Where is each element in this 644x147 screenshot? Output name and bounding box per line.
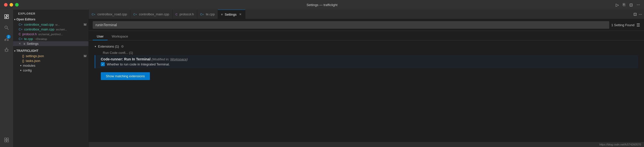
extensions-gear-icon[interactable]: ⚙ — [121, 45, 124, 48]
settings-search-input[interactable] — [93, 21, 609, 29]
json-icon-1: {} — [22, 54, 24, 58]
activity-search[interactable] — [2, 23, 12, 33]
cpp-icon-3: C+ — [19, 37, 23, 41]
sidebar-item-protocol[interactable]: C protocol.h src/serial_port/incl... — [13, 32, 88, 36]
tab-icon-settings: ≡ — [221, 13, 222, 16]
sidebar-item-modules[interactable]: ▾ modules — [13, 63, 88, 68]
sidebar-item-settings-json[interactable]: {} settings.json M — [13, 54, 88, 58]
tab-bar: C+ controlbox_road.cpp C+ controlbox_mai… — [89, 10, 644, 19]
settings-tab-workspace[interactable]: Workspace — [108, 33, 132, 40]
tab-label-controlbox-road: controlbox_road.cpp — [97, 12, 127, 16]
workspace-link[interactable]: Workspace — [170, 57, 187, 61]
activity-extensions[interactable] — [2, 135, 12, 145]
minimize-button[interactable] — [10, 3, 13, 7]
sidebar-item-config[interactable]: ▾ config — [13, 68, 88, 73]
sidebar-title: Explorer — [13, 10, 88, 17]
tab-close-settings[interactable]: ✕ — [239, 12, 242, 17]
show-extensions-button[interactable]: Show matching extensions — [101, 72, 150, 80]
run-in-terminal-setting: Code-runner: Run In Terminal (Modified i… — [95, 55, 638, 68]
extensions-chevron: ▾ — [95, 45, 96, 48]
run-code-subsection[interactable]: Run Code confi... (1) — [95, 50, 638, 55]
svg-rect-0 — [5, 15, 6, 17]
svg-point-9 — [5, 49, 8, 52]
svg-line-5 — [7, 28, 9, 30]
folder-name-config: config — [23, 68, 32, 72]
extensions-section: ▾ Extensions (1) ⚙ Run Code confi... (1)… — [89, 45, 644, 80]
modified-label: (Modified in: Workspace) — [151, 57, 188, 61]
checkmark-icon: ✓ — [102, 63, 104, 66]
sidebar-item-tasks-json[interactable]: {} tasks.json — [13, 58, 88, 63]
checkbox-wrapper: ✓ Whether to run code in Integrated Term… — [101, 62, 170, 66]
file-path-1: sr... — [55, 23, 60, 26]
activity-explorer[interactable] — [2, 12, 12, 22]
window-title: Settings — trafficlight — [307, 3, 338, 7]
more-actions-icon[interactable]: ··· — [637, 3, 640, 7]
maximize-button[interactable] — [15, 3, 19, 7]
svg-rect-16 — [7, 138, 9, 140]
setting-description: ✓ Whether to run code in Integrated Term… — [101, 62, 638, 66]
open-editors-chevron: ▾ — [14, 18, 15, 21]
modified-badge-json: M — [84, 54, 86, 58]
url-bar: https://blog.csdn.net/fc574260570 — [89, 142, 644, 147]
trafficlight-label: TRAFFICLIGHT — [16, 49, 38, 53]
sidebar-item-settings[interactable]: ✕ ≡ Settings — [13, 41, 88, 46]
folder-chevron-config: ▾ — [20, 69, 21, 72]
tab-icon-controlbox-road: C+ — [92, 13, 95, 16]
tab-bar-actions: ⊡ ··· — [631, 10, 644, 19]
split-editor-icon[interactable]: ⎘ — [623, 3, 625, 7]
file-name-3: protocol.h — [22, 32, 37, 36]
split-editor-tab-icon[interactable]: ⊡ — [633, 12, 637, 17]
extensions-section-header[interactable]: ▾ Extensions (1) ⚙ — [95, 45, 638, 48]
svg-rect-15 — [5, 138, 6, 140]
title-bar: Settings — trafficlight ▷ ⎘ ⊡ ··· — [0, 0, 644, 10]
activity-debug[interactable] — [2, 45, 12, 55]
close-button[interactable] — [4, 3, 8, 7]
close-icon-settings[interactable]: ✕ — [19, 42, 21, 45]
cpp-icon-1: C+ — [19, 23, 23, 26]
svg-point-8 — [7, 40, 9, 41]
file-path-3: src/serial_port/incl... — [38, 33, 63, 36]
tab-controlbox-road[interactable]: C+ controlbox_road.cpp — [89, 10, 130, 19]
activity-source-control[interactable]: 2 — [2, 34, 12, 44]
main-content: C+ controlbox_road.cpp C+ controlbox_mai… — [89, 10, 644, 147]
extensions-section-label: Extensions (1) — [98, 45, 119, 48]
setting-desc-text: Whether to run code in Integrated Termin… — [107, 62, 170, 66]
setting-title: Code-runner: Run In Terminal (Modified i… — [101, 57, 638, 61]
setting-content: Code-runner: Run In Terminal (Modified i… — [101, 57, 638, 66]
tab-icon-te: C+ — [200, 13, 204, 16]
settings-list-icon[interactable]: ☰ — [636, 23, 640, 27]
svg-line-11 — [5, 50, 5, 50]
tab-settings[interactable]: ≡ Settings ✕ — [218, 10, 245, 19]
tab-controlbox-main[interactable]: C+ controlbox_main.cpp — [130, 10, 172, 19]
url-text: https://blog.csdn.net/fc574260570 — [599, 143, 641, 146]
sidebar-item-te[interactable]: C+ te.cpp ~/Desktop — [13, 36, 88, 41]
title-bar-actions: ▷ ⎘ ⊡ ··· — [616, 3, 640, 7]
run-icon[interactable]: ▷ — [616, 3, 619, 7]
open-editors-label: Open Editors — [16, 18, 35, 21]
tab-te[interactable]: C+ te.cpp — [197, 10, 218, 19]
trafficlight-section[interactable]: ▾ TRAFFICLIGHT — [13, 48, 88, 54]
sidebar: Explorer ▾ Open Editors C+ controlbox_ro… — [13, 10, 89, 147]
sidebar-item-controlbox-main[interactable]: C+ controlbox_main.cpp src/seri... — [13, 27, 88, 32]
toggle-panel-icon[interactable]: ⊡ — [629, 3, 633, 7]
settings-body: ▾ Extensions (1) ⚙ Run Code confi... (1)… — [89, 41, 644, 142]
more-tabs-icon[interactable]: ··· — [639, 12, 642, 17]
folder-name-modules: modules — [23, 64, 35, 67]
sidebar-item-controlbox-road[interactable]: C+ controlbox_road.cpp sr... M — [13, 22, 88, 27]
settings-tab-user[interactable]: User — [93, 33, 108, 40]
cpp-icon-2: C+ — [19, 28, 23, 31]
c-icon: C — [19, 32, 21, 36]
tab-label-te: te.cpp — [206, 12, 215, 16]
svg-line-12 — [8, 50, 9, 50]
modified-badge-1: M — [84, 23, 86, 26]
file-name-4: te.cpp — [24, 37, 33, 41]
file-name-settings-json: settings.json — [26, 54, 44, 58]
open-editors-section[interactable]: ▾ Open Editors — [13, 17, 88, 22]
tab-label-protocol: protocol.h — [179, 12, 194, 16]
tab-protocol[interactable]: C protocol.h — [173, 10, 197, 19]
setting-title-text: Code-runner: Run In Terminal — [101, 57, 150, 61]
source-control-badge: 2 — [7, 35, 11, 39]
run-in-terminal-checkbox[interactable]: ✓ — [101, 62, 105, 66]
sidebar-settings-label: Settings — [27, 42, 39, 46]
tab-label-controlbox-main: controlbox_main.cpp — [139, 12, 169, 16]
